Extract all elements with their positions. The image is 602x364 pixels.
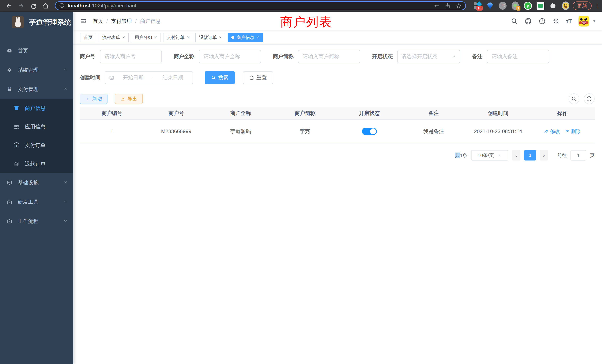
tab-pay-order[interactable]: 支付订单× bbox=[163, 33, 193, 42]
chevron-down-icon bbox=[63, 67, 68, 73]
sidebar-item-pay-order[interactable]: ¥ 支付订单 bbox=[0, 136, 73, 155]
merchant-no-input[interactable] bbox=[100, 50, 162, 63]
show-search-toggle-button[interactable] bbox=[569, 93, 579, 104]
chevron-down-icon bbox=[63, 218, 68, 225]
cell-merchant-no: M233666999 bbox=[144, 120, 208, 143]
browser-home-button[interactable] bbox=[41, 1, 50, 11]
remark-input[interactable] bbox=[487, 50, 549, 63]
sidebar-collapse-icon[interactable] bbox=[80, 18, 87, 24]
font-size-icon[interactable]: TT bbox=[566, 18, 572, 24]
sidebar-item-home[interactable]: 首页 bbox=[0, 41, 73, 60]
delete-link[interactable]: 删除 bbox=[565, 128, 580, 135]
github-icon[interactable] bbox=[525, 17, 532, 25]
close-icon[interactable]: × bbox=[187, 35, 189, 40]
close-icon[interactable]: × bbox=[219, 35, 222, 40]
tab-home[interactable]: 首页 bbox=[80, 33, 96, 42]
chevron-down-icon bbox=[451, 54, 456, 59]
reset-button[interactable]: 重置 bbox=[243, 71, 273, 84]
sidebar-item-workflow[interactable]: 工作流程 bbox=[0, 212, 73, 231]
dashboard-icon bbox=[7, 48, 12, 54]
user-avatar[interactable] bbox=[579, 16, 589, 26]
close-icon[interactable]: × bbox=[155, 35, 157, 40]
browser-menu-icon[interactable]: ⋮ bbox=[594, 4, 598, 7]
search-button[interactable]: 搜索 bbox=[205, 71, 235, 84]
status-select[interactable]: 请选择开启状态 bbox=[397, 50, 460, 63]
next-page-button[interactable]: › bbox=[540, 150, 548, 161]
browser-update-button[interactable]: 更新 bbox=[573, 1, 592, 10]
sidebar-item-pay[interactable]: ¥ 支付管理 bbox=[0, 80, 73, 99]
sidebar-item-dev-tools[interactable]: 研发工具 bbox=[0, 192, 73, 212]
export-button[interactable]: 导出 bbox=[115, 94, 143, 104]
cell-short-name: 芋艿 bbox=[273, 120, 337, 143]
tab-user-group[interactable]: 用户分组× bbox=[131, 33, 161, 42]
avatar-caret-icon[interactable]: ▾ bbox=[593, 19, 595, 23]
chevron-up-icon bbox=[63, 86, 68, 93]
search-icon bbox=[571, 96, 577, 102]
goto-page-input[interactable] bbox=[570, 150, 586, 161]
close-icon[interactable]: × bbox=[257, 35, 259, 40]
breadcrumb-pay[interactable]: 支付管理 bbox=[111, 18, 132, 25]
prev-page-button[interactable]: ‹ bbox=[512, 150, 520, 161]
share-icon[interactable] bbox=[445, 3, 451, 9]
end-date-placeholder: 结束日期 bbox=[157, 74, 189, 81]
help-icon[interactable] bbox=[539, 18, 546, 25]
search-icon[interactable] bbox=[511, 18, 518, 25]
browser-refresh-button[interactable] bbox=[29, 1, 38, 11]
extension-command-icon[interactable]: ⌘ bbox=[498, 1, 507, 10]
tab-merchant-info[interactable]: 商户信息× bbox=[228, 33, 263, 42]
monitor-chart-icon bbox=[7, 180, 12, 185]
extension-emoji-avatar[interactable] bbox=[561, 1, 570, 10]
create-time-range-picker[interactable]: 开始日期 - 结束日期 bbox=[105, 71, 193, 84]
page-unit-label: 页 bbox=[590, 152, 595, 159]
page-size-select[interactable]: 10条/页 bbox=[471, 150, 508, 161]
filter-label-create-time: 创建时间 bbox=[80, 74, 100, 81]
close-icon[interactable]: × bbox=[122, 35, 125, 40]
plus-icon: ＋ bbox=[85, 96, 90, 102]
tab-refund-order[interactable]: 退款订单× bbox=[195, 33, 225, 42]
edit-link[interactable]: 修改 bbox=[544, 128, 560, 135]
refresh-table-button[interactable] bbox=[584, 93, 595, 104]
extension-gem-icon[interactable] bbox=[486, 1, 494, 10]
pay-submenu: 商户信息 应用信息 ¥ 支付订单 退款订单 bbox=[0, 99, 73, 173]
status-toggle[interactable] bbox=[362, 128, 377, 135]
refresh-icon bbox=[249, 75, 254, 80]
fullscreen-icon[interactable] bbox=[552, 18, 559, 25]
gear-icon bbox=[7, 67, 12, 73]
breadcrumb-home[interactable]: 首页 bbox=[93, 18, 103, 25]
page-number-1[interactable]: 1 bbox=[524, 150, 536, 161]
sidebar-item-system[interactable]: 系统管理 bbox=[0, 60, 73, 80]
tab-process-form[interactable]: 流程表单× bbox=[99, 33, 129, 42]
extension-chat-icon[interactable] bbox=[536, 1, 545, 10]
password-key-icon[interactable] bbox=[433, 3, 440, 9]
site-info-icon[interactable] bbox=[59, 3, 65, 9]
sidebar-item-refund-order[interactable]: 退款订单 bbox=[0, 155, 73, 173]
browser-back-button[interactable] bbox=[4, 1, 14, 11]
full-name-input[interactable] bbox=[199, 50, 261, 63]
add-button[interactable]: ＋ 新增 bbox=[80, 94, 108, 104]
extensions-puzzle-icon[interactable] bbox=[549, 1, 558, 10]
search-icon bbox=[211, 75, 216, 80]
browser-forward-button[interactable] bbox=[16, 1, 26, 11]
url-text[interactable]: localhost:1024/pay/merchant bbox=[68, 3, 430, 9]
extension-workona-icon[interactable]: 10 bbox=[473, 1, 482, 10]
extension-blob-icon[interactable]: 1 bbox=[511, 1, 520, 10]
extension-yudao-icon[interactable]: y bbox=[523, 1, 532, 10]
sidebar-item-infra[interactable]: 基础设施 bbox=[0, 173, 73, 192]
shop-icon bbox=[14, 106, 19, 111]
pagination: 共1条 10条/页 ‹ 1 › 前往 页 bbox=[80, 150, 595, 161]
cell-remark: 我是备注 bbox=[401, 120, 466, 143]
cell-create-time: 2021-10-23 08:31:14 bbox=[466, 120, 530, 143]
address-bar[interactable]: localhost:1024/pay/merchant bbox=[55, 1, 466, 10]
pagination-total: 共1条 bbox=[455, 152, 467, 159]
extension-badge: 10 bbox=[476, 6, 483, 11]
filter-label-remark: 备注 bbox=[472, 53, 483, 60]
bookmark-star-icon[interactable] bbox=[456, 3, 462, 9]
sidebar-item-merchant-info[interactable]: 商户信息 bbox=[0, 99, 73, 118]
filter-label-merchant-no: 商户号 bbox=[80, 53, 95, 60]
tags-view-bar: 首页 流程表单× 用户分组× 支付订单× 退款订单× 商户信息× bbox=[73, 30, 602, 44]
short-name-input[interactable] bbox=[298, 50, 360, 63]
sidebar-item-app-info[interactable]: 应用信息 bbox=[0, 118, 73, 136]
app-logo[interactable]: 芋道管理系统 bbox=[0, 12, 73, 33]
calendar-icon bbox=[109, 75, 114, 80]
yen-icon: ¥ bbox=[7, 86, 12, 93]
